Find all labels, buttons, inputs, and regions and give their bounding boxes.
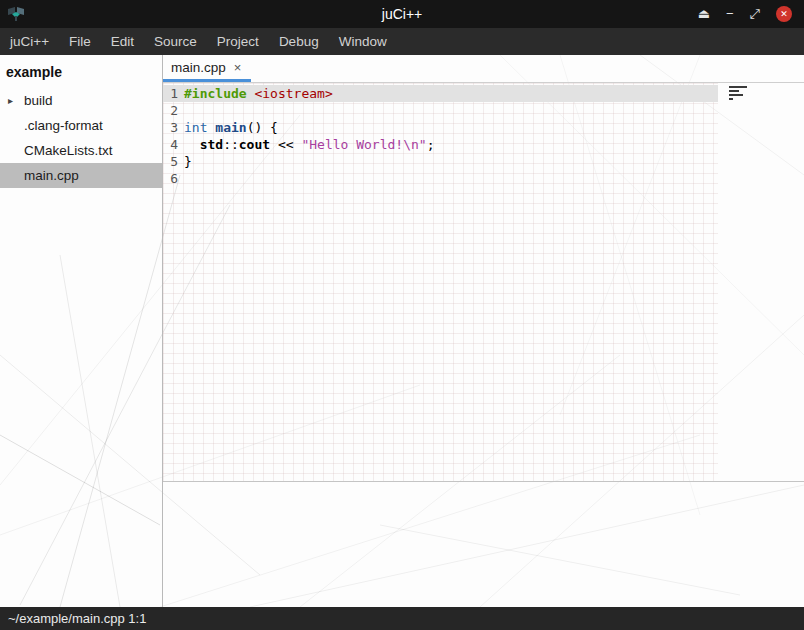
code-line[interactable]: 2 [163, 102, 718, 119]
minimap[interactable] [729, 86, 751, 100]
window-controls: ⏏ − ⤢ ✕ [698, 6, 804, 22]
line-number: 5 [166, 153, 178, 170]
sidebar-item-label: build [24, 93, 53, 108]
menu-item-source[interactable]: Source [144, 28, 207, 55]
line-number: 2 [166, 102, 178, 119]
code-editor[interactable]: 1#include <iostream>23int main() {4 std:… [163, 83, 804, 481]
status-file-position: ~/example/main.cpp 1:1 [8, 611, 146, 626]
tabbar: main.cpp × [163, 55, 804, 83]
eject-button[interactable]: ⏏ [698, 6, 710, 22]
sidebar-item-label: main.cpp [24, 168, 79, 183]
expander-triangle-icon[interactable]: ▸ [8, 88, 13, 113]
menu-item-edit[interactable]: Edit [101, 28, 144, 55]
code-line[interactable]: 1#include <iostream> [163, 85, 718, 102]
code-line[interactable]: 3int main() { [163, 119, 718, 136]
line-number: 3 [166, 119, 178, 136]
app-logo-icon [6, 6, 26, 22]
sidebar-item-cmakelists-txt[interactable]: CMakeLists.txt [0, 138, 162, 163]
code-lines: 1#include <iostream>23int main() {4 std:… [163, 83, 718, 481]
code-line[interactable]: 6 [163, 170, 718, 187]
titlebar: juCi++ ⏏ − ⤢ ✕ [0, 0, 804, 28]
code-text: #include <iostream> [184, 85, 333, 102]
window-title: juCi++ [0, 6, 804, 22]
code-line[interactable]: 5} [163, 153, 718, 170]
restore-button[interactable]: ⤢ [750, 6, 760, 22]
menubar: juCi++FileEditSourceProjectDebugWindow [0, 28, 804, 55]
code-text: std::cout << "Hello World!\n"; [184, 136, 434, 153]
sidebar-item-main-cpp[interactable]: main.cpp [0, 163, 162, 188]
sidebar-item-label: .clang-format [24, 118, 103, 133]
line-number: 4 [166, 136, 178, 153]
minimize-button[interactable]: − [726, 6, 734, 22]
sidebar-item-build[interactable]: ▸build [0, 88, 162, 113]
app-window: juCi++ ⏏ − ⤢ ✕ juCi++FileEditSourceProje… [0, 0, 804, 630]
statusbar: ~/example/main.cpp 1:1 [0, 607, 804, 630]
file-tree: ▸build.clang-formatCMakeLists.txtmain.cp… [0, 88, 162, 188]
line-number: 6 [166, 170, 178, 187]
menu-item-juci[interactable]: juCi++ [0, 28, 59, 55]
content-area: example ▸build.clang-formatCMakeLists.tx… [0, 55, 804, 607]
code-text: int main() { [184, 119, 278, 136]
output-panel[interactable] [163, 481, 804, 607]
sidebar-item-label: CMakeLists.txt [24, 143, 113, 158]
menu-item-window[interactable]: Window [329, 28, 397, 55]
line-number: 1 [166, 85, 178, 102]
code-line[interactable]: 4 std::cout << "Hello World!\n"; [163, 136, 718, 153]
menu-item-project[interactable]: Project [207, 28, 269, 55]
code-text: } [184, 153, 192, 170]
minimap-mark [729, 94, 743, 96]
editor-column: main.cpp × 1#include <iostream>23int mai… [163, 55, 804, 607]
file-tree-sidebar: example ▸build.clang-formatCMakeLists.tx… [0, 55, 163, 607]
tab-label: main.cpp [171, 60, 226, 75]
minimap-mark [729, 90, 739, 92]
tab-main-cpp[interactable]: main.cpp × [163, 55, 251, 82]
sidebar-item--clang-format[interactable]: .clang-format [0, 113, 162, 138]
tab-close-icon[interactable]: × [234, 60, 242, 75]
menu-item-file[interactable]: File [59, 28, 101, 55]
project-root-label: example [0, 55, 162, 88]
close-button[interactable]: ✕ [776, 6, 792, 22]
menu-item-debug[interactable]: Debug [269, 28, 329, 55]
minimap-mark [729, 98, 733, 100]
minimap-mark [729, 86, 747, 88]
